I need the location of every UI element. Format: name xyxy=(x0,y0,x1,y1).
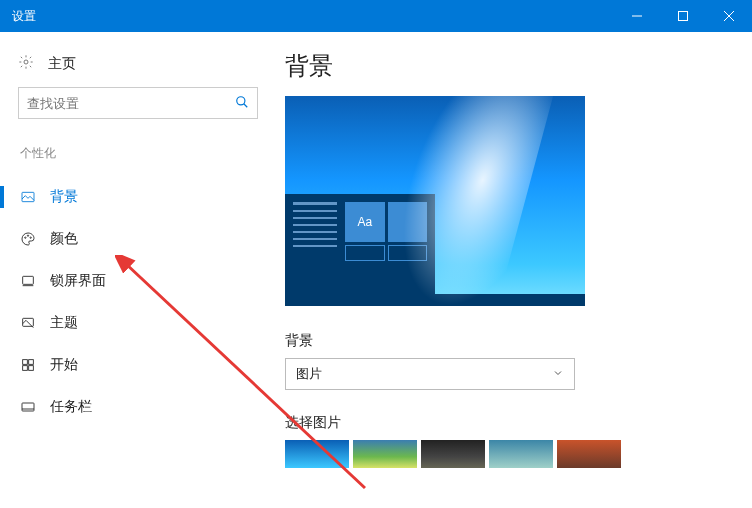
preview-startmenu: Aa xyxy=(285,194,435,294)
svg-rect-15 xyxy=(29,360,34,365)
picture-icon xyxy=(20,189,36,205)
svg-point-8 xyxy=(25,237,26,238)
background-type-dropdown[interactable]: 图片 xyxy=(285,358,575,390)
background-preview: Aa xyxy=(285,96,585,306)
svg-rect-14 xyxy=(23,360,28,365)
start-icon xyxy=(20,357,36,373)
preview-tile-aa: Aa xyxy=(345,202,385,242)
main-panel: 背景 Aa 背景 图片 选择图片 xyxy=(265,32,752,508)
chevron-down-icon xyxy=(552,367,564,382)
thumbnail-2[interactable] xyxy=(353,440,417,468)
page-title: 背景 xyxy=(285,50,752,82)
sidebar-item-themes[interactable]: 主题 xyxy=(18,302,265,344)
sidebar-item-background[interactable]: 背景 xyxy=(18,176,265,218)
taskbar-icon xyxy=(20,399,36,415)
svg-point-9 xyxy=(27,235,28,236)
lockscreen-icon xyxy=(20,273,36,289)
sidebar-item-start[interactable]: 开始 xyxy=(18,344,265,386)
gear-icon xyxy=(18,54,34,73)
svg-rect-16 xyxy=(23,366,28,371)
theme-icon xyxy=(20,315,36,331)
dropdown-value: 图片 xyxy=(296,365,552,383)
background-type-label: 背景 xyxy=(285,332,752,350)
minimize-button[interactable] xyxy=(614,0,660,32)
svg-rect-18 xyxy=(22,403,34,411)
home-button[interactable]: 主页 xyxy=(18,48,265,87)
svg-point-4 xyxy=(24,60,28,64)
close-button[interactable] xyxy=(706,0,752,32)
sidebar-item-lockscreen[interactable]: 锁屏界面 xyxy=(18,260,265,302)
svg-rect-17 xyxy=(29,366,34,371)
search-input[interactable] xyxy=(27,96,235,111)
palette-icon xyxy=(20,231,36,247)
sidebar-item-label: 背景 xyxy=(50,188,78,206)
sidebar: 主页 个性化 背景 颜色 锁屏界面 主题 开始 xyxy=(0,32,265,508)
titlebar: 设置 xyxy=(0,0,752,32)
choose-picture-label: 选择图片 xyxy=(285,414,752,432)
thumbnail-5[interactable] xyxy=(557,440,621,468)
sidebar-item-label: 锁屏界面 xyxy=(50,272,106,290)
thumbnail-1[interactable] xyxy=(285,440,349,468)
sidebar-section-label: 个性化 xyxy=(18,145,265,162)
search-box[interactable] xyxy=(18,87,258,119)
svg-line-6 xyxy=(244,103,248,107)
thumbnail-3[interactable] xyxy=(421,440,485,468)
sidebar-item-label: 颜色 xyxy=(50,230,78,248)
sidebar-item-colors[interactable]: 颜色 xyxy=(18,218,265,260)
sidebar-item-taskbar[interactable]: 任务栏 xyxy=(18,386,265,428)
search-icon xyxy=(235,95,249,112)
svg-rect-1 xyxy=(679,12,688,21)
preview-taskbar xyxy=(285,294,585,306)
home-label: 主页 xyxy=(48,55,76,73)
thumbnail-4[interactable] xyxy=(489,440,553,468)
sidebar-item-label: 主题 xyxy=(50,314,78,332)
svg-rect-11 xyxy=(23,276,34,284)
sidebar-item-label: 任务栏 xyxy=(50,398,92,416)
window-title: 设置 xyxy=(12,8,614,25)
maximize-button[interactable] xyxy=(660,0,706,32)
svg-point-10 xyxy=(30,237,31,238)
svg-point-5 xyxy=(237,96,245,104)
sidebar-item-label: 开始 xyxy=(50,356,78,374)
picture-thumbnails xyxy=(285,440,752,468)
